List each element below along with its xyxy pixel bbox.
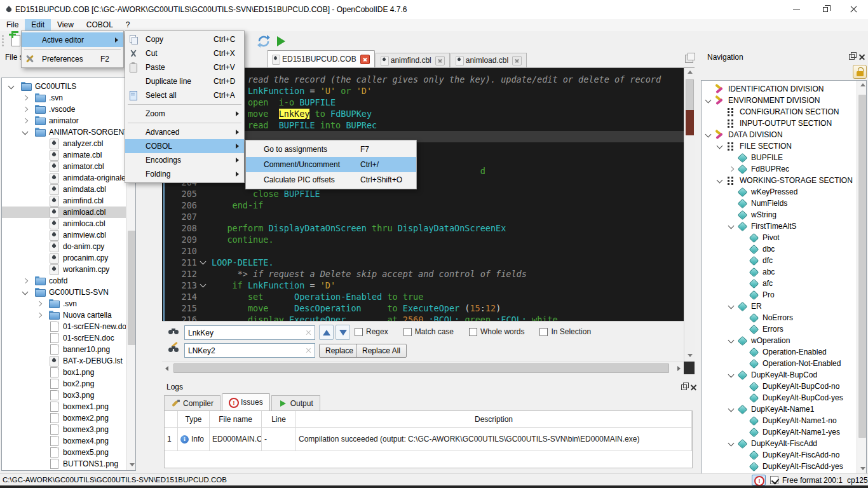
file-tree-item-cobfd[interactable]: cobfd	[2, 275, 126, 287]
navigation-item-dupkeyalt-bupcod-no[interactable]: DupKeyAlt-BupCod-no	[702, 381, 857, 392]
chevron-icon[interactable]	[727, 403, 737, 415]
chevron-icon[interactable]	[20, 92, 35, 104]
file-tree-item-animdata-cbl[interactable]: animdata.cbl	[2, 184, 126, 195]
code-line-206[interactable]: 206 end-if	[165, 200, 684, 211]
checkbox-icon[interactable]	[403, 328, 412, 336]
chevron-icon[interactable]	[20, 275, 35, 287]
file-tree-item-gc00utils-svn[interactable]: GC00UTILS-SVN	[2, 287, 126, 298]
menu-item-paste[interactable]: PasteCtrl+V	[125, 60, 244, 74]
file-tree-item-boxmex3-png[interactable]: boxmex3.png	[2, 424, 126, 435]
file-tree-item-workanim-cpy[interactable]: workanim.cpy	[2, 264, 126, 275]
editor-tab-animload-cbl[interactable]: animload.cbl	[451, 53, 527, 67]
file-tree-item-boxmex4-png[interactable]: boxmex4.png	[2, 435, 126, 447]
file-tree-item-animator[interactable]: animator	[2, 115, 126, 126]
navigation-item-afc[interactable]: afc	[702, 278, 857, 289]
chevron-icon[interactable]	[727, 301, 737, 312]
file-tree-item-animdata-originale[interactable]: animdata-originale.	[2, 172, 126, 184]
clear-replace-icon[interactable]	[306, 348, 311, 353]
lock-button[interactable]	[853, 65, 867, 79]
clear-search-icon[interactable]	[306, 330, 311, 336]
replace-button[interactable]: Replace	[319, 344, 360, 358]
scrollbar-thumb[interactable]	[128, 231, 135, 345]
navigation-item-working-storage-section[interactable]: WORKING-STORAGE SECTION	[702, 175, 857, 186]
navigation-item-operation-enabled[interactable]: Operation-Enabled	[702, 346, 857, 358]
replace-all-button[interactable]: Replace All	[356, 344, 407, 358]
menu-item-duplicate-line[interactable]: Duplicate lineCtrl+D	[125, 74, 244, 88]
code-line-207[interactable]: 207	[165, 211, 684, 222]
editor-tab-ed151bupcud-cob[interactable]: ED151BUPCUD.COB	[267, 50, 375, 67]
code-line-211[interactable]: 211LOOP-DELETE.	[165, 257, 684, 268]
navigation-item-environment-division[interactable]: ENVIRONMENT DIVISION	[702, 95, 857, 106]
scroll-up-icon[interactable]	[860, 83, 865, 86]
menubar-item-item[interactable]: ?	[119, 19, 137, 31]
previous-match-button[interactable]	[319, 325, 334, 340]
logs-tab-compiler[interactable]: Compiler	[164, 395, 220, 410]
file-tree-item-animload-cbl[interactable]: animload.cbl	[2, 207, 126, 218]
scrollbar-thumb[interactable]	[173, 363, 669, 373]
file-tree-item-gc00utils[interactable]: GC00UTILS	[2, 81, 126, 92]
replace-input[interactable]	[184, 343, 315, 358]
navigation-item-wstring[interactable]: wString	[702, 209, 857, 220]
code-line-214[interactable]: 214 set Operation-Enabled to true	[165, 291, 684, 302]
chevron-icon[interactable]	[715, 140, 726, 152]
chevron-icon[interactable]	[715, 175, 726, 186]
navigation-item-dupkeyalt-fiscadd-yes[interactable]: DupKeyAlt-FiscAdd-yes	[702, 461, 857, 472]
chevron-icon[interactable]	[34, 309, 49, 321]
navigation-item-identification-division[interactable]: IDENTIFICATION DIVISION	[702, 83, 857, 95]
file-tree-item-svn[interactable]: .svn	[2, 92, 126, 104]
scroll-left-icon[interactable]	[165, 366, 168, 371]
menu-item-cut[interactable]: CutCtrl+X	[125, 46, 244, 60]
navigation-item-abc[interactable]: abc	[702, 266, 857, 278]
navigation-item-dupkeyalt-name1[interactable]: DupKeyAlt-Name1	[702, 403, 857, 415]
compile-button[interactable]	[255, 33, 272, 50]
minimize-button[interactable]	[782, 0, 811, 19]
editor-vertical-scrollbar[interactable]	[684, 68, 695, 362]
search-option-match-case[interactable]: Match case	[403, 327, 454, 336]
menubar-item-file[interactable]: File	[0, 19, 25, 31]
menu-item-encodings[interactable]: Encodings	[125, 153, 244, 167]
file-tree-item-bat-x-debug-lst[interactable]: BAT-x-DEBUG.lst	[2, 355, 126, 367]
menu-item-cobol[interactable]: COBOL	[125, 139, 244, 153]
checkbox-icon[interactable]	[355, 328, 363, 336]
logs-tab-issues[interactable]: Issues	[222, 393, 270, 410]
chevron-icon[interactable]	[20, 287, 35, 298]
navigation-item-input-output-section[interactable]: INPUT-OUTPUT SECTION	[702, 118, 857, 129]
file-tree-item-box1-png[interactable]: box1.png	[2, 367, 126, 378]
navigation-item-wkeypressed[interactable]: wKeyPressed	[702, 186, 857, 198]
code-line-216[interactable]: 216 display ExecuteOper at 2560 :BCOL: g…	[165, 314, 684, 321]
chevron-icon[interactable]	[727, 220, 737, 232]
close-button[interactable]	[839, 0, 868, 19]
chevron-icon[interactable]	[727, 335, 737, 346]
navigation-item-firsttimealts[interactable]: FirstTimeAltS	[702, 220, 857, 232]
navigation-item-operation-not-enabled[interactable]: Operation-Not-Enabled	[702, 358, 857, 369]
menu-item-advanced[interactable]: Advanced	[125, 125, 244, 139]
file-tree-item-animloca-cbl[interactable]: animloca.cbl	[2, 218, 126, 229]
navigation-item-dbc[interactable]: dbc	[702, 243, 857, 255]
chevron-icon[interactable]	[20, 104, 35, 115]
file-tree-item-01-screen-new-doc[interactable]: 01-scrEEN-new.doc	[2, 321, 126, 332]
navigation-item-pivot[interactable]: Pivot	[702, 232, 857, 243]
file-tree-item-animview-cbl[interactable]: animview.cbl	[2, 229, 126, 241]
scroll-down-icon[interactable]	[860, 467, 865, 470]
file-tree-item-boxmex2-png[interactable]: boxmex2.png	[2, 412, 126, 424]
file-tree-item-animator-sorgenti[interactable]: ANIMATOR-SORGENTI-	[2, 126, 126, 138]
navigation-item-dupkeyalt-name1-no[interactable]: DupKeyAlt-Name1-no	[702, 415, 857, 426]
file-tree-item-banner10-png[interactable]: banner10.png	[2, 344, 126, 355]
checkbox-icon[interactable]	[539, 328, 548, 336]
file-tree-item-procanim-cpy[interactable]: procanim.cpy	[2, 252, 126, 264]
tab-close-icon[interactable]	[360, 55, 370, 64]
menu-item-active-editor[interactable]: Active editor	[22, 32, 123, 47]
code-line-209[interactable]: 209 continue.	[165, 234, 684, 245]
tab-close-icon[interactable]	[512, 56, 522, 65]
navigation-item-woperation[interactable]: wOperation	[702, 335, 857, 346]
navigation-item-pro[interactable]: Pro	[702, 289, 857, 301]
logs-tab-output[interactable]: Output	[271, 395, 320, 410]
navigation-item-dfc[interactable]: dfc	[702, 255, 857, 266]
navigation-item-fdbuprec[interactable]: FdBUPRec	[702, 163, 857, 175]
chevron-icon[interactable]	[20, 115, 35, 126]
toolbar-drag-handle[interactable]	[2, 35, 4, 37]
code-line-213[interactable]: 213 if LnkFunction = 'D'	[165, 280, 684, 291]
code-line-208[interactable]: 208 perform DisplayDataOnScreen thru Dis…	[165, 222, 684, 234]
file-tree-item-do-anim-cpy[interactable]: do-anim.cpy	[2, 241, 126, 252]
chevron-icon[interactable]	[20, 126, 35, 138]
